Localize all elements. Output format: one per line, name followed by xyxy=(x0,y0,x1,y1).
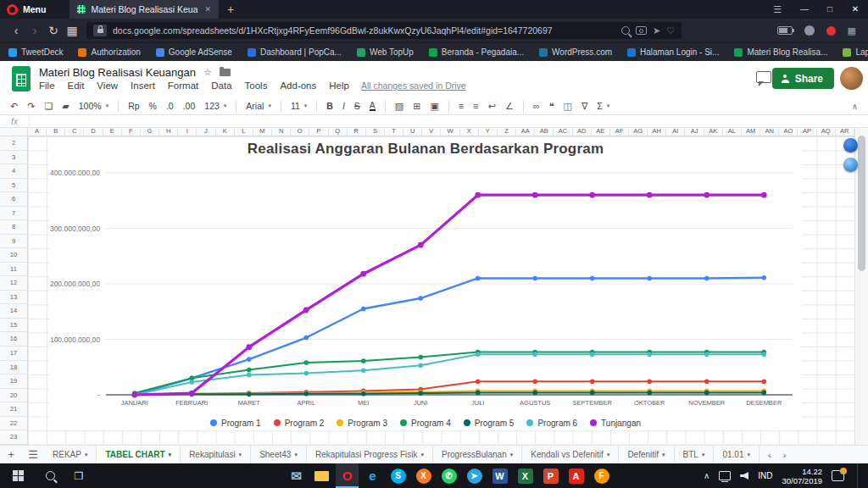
bookmark-halaman-login-si[interactable]: Halaman Login - Si... xyxy=(627,47,719,57)
tab-menu-icon[interactable]: ☰ xyxy=(763,4,792,15)
row-header-20[interactable]: 20 xyxy=(0,389,27,403)
row-header-15[interactable]: 15 xyxy=(0,319,27,333)
menu-format[interactable]: Format xyxy=(168,80,198,91)
row-header-18[interactable]: 18 xyxy=(0,361,27,375)
sheet-tab-btl[interactable]: BTL▾ xyxy=(675,446,715,464)
column-header-b[interactable]: B xyxy=(47,127,65,136)
bookmark-materi-blog-realisa[interactable]: Materi Blog Realisa... xyxy=(734,47,827,57)
chevron-down-icon[interactable]: ▾ xyxy=(85,452,88,458)
opera-logo-icon[interactable] xyxy=(7,4,18,15)
tray-chevron-icon[interactable]: ∧ xyxy=(704,471,709,480)
chevron-down-icon[interactable]: ▾ xyxy=(239,452,242,458)
column-header-ah[interactable]: AH xyxy=(648,127,666,136)
chevron-down-icon[interactable]: ▾ xyxy=(607,452,610,458)
column-header-c[interactable]: C xyxy=(65,127,84,136)
comment-history-icon[interactable] xyxy=(756,71,771,83)
speed-dial-icon[interactable]: ▦ xyxy=(63,19,81,42)
menu-data[interactable]: Data xyxy=(211,80,231,91)
collapse-toolbar-icon[interactable]: ∧ xyxy=(852,102,858,111)
language-indicator[interactable]: IND xyxy=(758,471,772,480)
column-header-ak[interactable]: AK xyxy=(704,127,723,136)
chevron-down-icon[interactable]: ▾ xyxy=(747,452,750,458)
column-header-am[interactable]: AM xyxy=(742,127,760,136)
bookmark-google-adsense[interactable]: Google AdSense xyxy=(156,47,232,57)
move-to-folder-icon[interactable] xyxy=(220,69,231,76)
extension-badge-icon[interactable] xyxy=(826,26,836,36)
row-header-11[interactable]: 11 xyxy=(0,263,27,277)
merge-cells-icon[interactable]: ▣ xyxy=(430,101,438,112)
taskbar-app-acrobat-icon[interactable]: A xyxy=(565,463,587,488)
url-field[interactable]: docs.google.com/spreadsheets/d/1HXcRtjxg… xyxy=(86,22,682,39)
column-header-h[interactable]: H xyxy=(159,127,178,136)
column-header-i[interactable]: I xyxy=(178,127,197,136)
start-button[interactable] xyxy=(0,463,36,488)
taskbar-app-telegram-icon[interactable]: ➤ xyxy=(463,463,486,488)
extension-float-icon[interactable] xyxy=(843,138,858,152)
column-header-n[interactable]: N xyxy=(272,127,291,136)
font-size-select[interactable]: 11 xyxy=(291,101,300,111)
sidebar-panel-icon[interactable]: ▦ xyxy=(848,25,856,36)
insert-chart-icon[interactable]: ◫ xyxy=(564,101,572,112)
sheet-tab-tabel-chart[interactable]: TABEL CHART▾ xyxy=(97,446,181,464)
row-header-17[interactable]: 17 xyxy=(0,347,27,361)
taskbar-app-mail-icon[interactable]: ✉ xyxy=(285,463,308,488)
chevron-down-icon[interactable]: ▾ xyxy=(421,452,425,458)
google-sheets-logo[interactable] xyxy=(12,66,31,92)
column-header-ag[interactable]: AG xyxy=(629,127,648,136)
row-header-8[interactable]: 8 xyxy=(0,220,27,235)
column-header-d[interactable]: D xyxy=(84,127,103,136)
my-flow-icon[interactable]: ➤ xyxy=(653,25,660,36)
column-header-g[interactable]: G xyxy=(141,127,159,136)
task-view-button[interactable]: ❐ xyxy=(64,463,93,488)
row-header-10[interactable]: 10 xyxy=(0,248,27,263)
new-tab-button[interactable]: + xyxy=(227,0,234,19)
column-header-l[interactable]: L xyxy=(235,127,253,136)
sheet-tab-defenitif[interactable]: Defenitif▾ xyxy=(619,446,674,464)
column-header-ar[interactable]: AR xyxy=(836,127,854,136)
taskbar-app-edge-icon[interactable]: e xyxy=(361,463,384,488)
redo-icon[interactable]: ↷ xyxy=(27,101,35,112)
italic-button[interactable]: I xyxy=(342,101,345,111)
chevron-down-icon[interactable]: ▾ xyxy=(702,452,705,458)
insert-comment-icon[interactable]: ❝ xyxy=(549,101,554,112)
taskbar-clock[interactable]: 14.22 30/07/2019 xyxy=(782,467,822,485)
menu-insert[interactable]: Insert xyxy=(131,80,155,91)
row-header-19[interactable]: 19 xyxy=(0,374,27,389)
sheet-tab-sheet43[interactable]: Sheet43▾ xyxy=(251,446,307,464)
column-header-af[interactable]: AF xyxy=(610,127,629,136)
horizontal-align-icon[interactable]: ≡ xyxy=(459,101,464,111)
column-header-ao[interactable]: AO xyxy=(779,127,798,136)
forward-button[interactable]: › xyxy=(25,19,44,42)
column-header-ae[interactable]: AE xyxy=(592,127,610,136)
strikethrough-button[interactable]: S xyxy=(354,101,360,111)
column-header-o[interactable]: O xyxy=(291,127,309,136)
profile-icon[interactable] xyxy=(804,25,815,36)
column-header-ai[interactable]: AI xyxy=(666,127,685,136)
taskbar-app-whatsapp-icon[interactable]: ✆ xyxy=(437,463,460,488)
font-select[interactable]: Arial xyxy=(246,101,264,111)
taskbar-app-opera-icon[interactable]: O xyxy=(336,463,359,488)
bold-button[interactable]: B xyxy=(326,101,333,111)
column-header-al[interactable]: AL xyxy=(723,127,742,136)
select-all-corner[interactable] xyxy=(0,127,28,136)
text-color-button[interactable]: A xyxy=(370,101,376,111)
row-header-22[interactable]: 22 xyxy=(0,417,27,431)
taskbar-app-file-explorer-icon[interactable] xyxy=(310,463,333,488)
chevron-down-icon[interactable]: ▾ xyxy=(662,452,665,458)
opera-menu-button[interactable]: Menu xyxy=(23,4,46,14)
network-icon[interactable] xyxy=(719,471,731,480)
tabs-scroll-left-icon[interactable]: ‹ xyxy=(768,450,771,460)
column-header-k[interactable]: K xyxy=(216,127,235,136)
sheet-tab-01-01[interactable]: 01.01▾ xyxy=(714,446,760,464)
bookmark-heart-icon[interactable]: ♡ xyxy=(666,25,675,36)
more-formats-button[interactable]: 123 xyxy=(204,101,220,111)
bookmark-beranda-pegadaia[interactable]: Beranda - Pegadaia... xyxy=(429,47,524,57)
bookmark-wordpress-com[interactable]: WordPress.com xyxy=(539,47,612,57)
taskbar-app-powerpoint-icon[interactable]: P xyxy=(539,463,562,488)
text-wrap-icon[interactable]: ↩ xyxy=(488,101,496,112)
row-header-9[interactable]: 9 xyxy=(0,235,27,249)
column-header-ac[interactable]: AC xyxy=(554,127,572,136)
row-header-4[interactable]: 4 xyxy=(0,164,27,179)
row-header-12[interactable]: 12 xyxy=(0,276,27,291)
embedded-chart[interactable]: 400.000.000,00300.000.000,00200.000.000,… xyxy=(49,137,802,430)
